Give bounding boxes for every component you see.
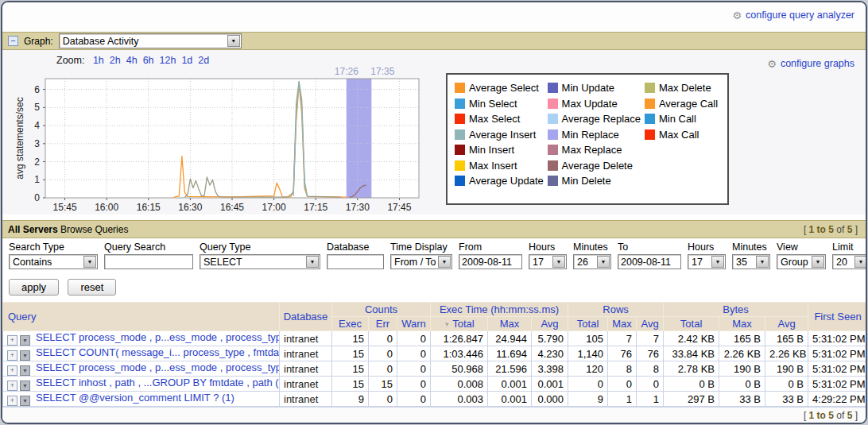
- query-link[interactable]: SELECT COUNT( message_i... process_type …: [36, 346, 280, 358]
- filter-input[interactable]: [618, 254, 681, 269]
- filter-select[interactable]: SELECT▼: [200, 254, 320, 269]
- graph-type-select[interactable]: Database Activity ▼: [59, 33, 242, 48]
- cell-time_avg: 5.790: [532, 331, 568, 346]
- filter-9-hours: Hours17▼: [688, 241, 726, 269]
- filter-select[interactable]: 20▼: [832, 254, 867, 269]
- dropdown-arrow-icon[interactable]: ▼: [711, 256, 724, 268]
- col-header-warn[interactable]: Warn: [397, 317, 431, 331]
- col-header-bytes-total[interactable]: Total: [664, 317, 719, 331]
- configure-query-analyzer-link[interactable]: ⚙ configure query analyzer: [732, 10, 854, 21]
- col-header-bytes-avg[interactable]: Avg: [765, 317, 808, 331]
- legend-swatch: [548, 114, 558, 124]
- dropdown-arrow-icon[interactable]: ▼: [227, 35, 240, 47]
- legend-item: Average Delete: [548, 158, 643, 174]
- col-header-rows-max[interactable]: Max: [608, 317, 637, 331]
- filter-select[interactable]: 26▼: [573, 254, 611, 269]
- col-header-time-max[interactable]: Max: [488, 317, 532, 331]
- gear-icon: ⚙: [732, 10, 742, 21]
- zoom-option-1d[interactable]: 1d: [181, 55, 192, 66]
- selected-value: 20: [836, 257, 847, 268]
- zoom-option-2d[interactable]: 2d: [198, 55, 209, 66]
- legend-item: Min Replace: [548, 127, 643, 143]
- col-header-bytes-max[interactable]: Max: [719, 317, 765, 331]
- dropdown-arrow-icon[interactable]: ▼: [756, 256, 769, 268]
- apply-button[interactable]: apply: [9, 279, 59, 296]
- dropdown-arrow-icon[interactable]: ▼: [306, 256, 319, 268]
- filter-label: Search Type: [9, 241, 98, 253]
- cell-bytes_max: 2.26 KB: [719, 346, 765, 361]
- cell-warn: 0: [397, 361, 431, 377]
- col-group-rows: Rows: [568, 303, 664, 317]
- expand-row-button[interactable]: +: [7, 396, 17, 406]
- row-menu-button[interactable]: ▼: [20, 335, 30, 346]
- legend-label: Min Delete: [562, 175, 611, 187]
- filter-select[interactable]: 17▼: [688, 254, 726, 269]
- row-menu-button[interactable]: ▼: [20, 396, 30, 406]
- legend-swatch: [455, 176, 465, 186]
- query-link[interactable]: SELECT process_mode , p...ess_mode , pro…: [36, 331, 280, 343]
- dropdown-arrow-icon[interactable]: ▼: [854, 256, 867, 268]
- col-header-rows-avg[interactable]: Avg: [637, 317, 664, 331]
- legend-item: Min Call: [645, 111, 720, 127]
- filter-select[interactable]: 35▼: [732, 254, 770, 269]
- filter-input[interactable]: [104, 254, 193, 269]
- reset-button[interactable]: reset: [68, 279, 116, 296]
- filter-label: Database: [327, 241, 384, 253]
- filter-input[interactable]: [459, 254, 522, 269]
- zoom-option-6h[interactable]: 6h: [143, 55, 154, 66]
- legend-label: Average Select: [469, 82, 539, 94]
- cell-time_avg: 0.001: [532, 377, 568, 392]
- configure-graphs-link[interactable]: ⚙ configure graphs: [767, 58, 854, 69]
- zoom-option-12h[interactable]: 12h: [160, 55, 176, 66]
- selected-value: 17: [692, 257, 703, 268]
- filter-select[interactable]: Contains▼: [9, 254, 98, 269]
- zoom-option-1h[interactable]: 1h: [93, 55, 104, 66]
- zoom-option-4h[interactable]: 4h: [126, 55, 138, 66]
- legend-item: Average Update: [455, 173, 546, 189]
- col-header-first-seen[interactable]: First Seen: [808, 303, 867, 331]
- dropdown-arrow-icon[interactable]: ▼: [83, 256, 96, 268]
- query-link[interactable]: SELECT @@version_comment LIMIT ? (1): [36, 392, 234, 404]
- cell-exec: 15: [332, 331, 369, 346]
- query-link[interactable]: SELECT process_mode , p...ess_mode , pro…: [36, 361, 280, 373]
- expand-row-button[interactable]: +: [7, 335, 17, 346]
- legend-item: Average Call: [645, 96, 720, 112]
- col-header-database[interactable]: Database: [280, 303, 332, 331]
- col-header-rows-total[interactable]: Total: [568, 317, 608, 331]
- all-servers-label: All Servers: [8, 224, 58, 235]
- col-header-time-total[interactable]: ▼Total: [431, 317, 488, 331]
- filter-label: Limit: [832, 241, 867, 253]
- dropdown-arrow-icon[interactable]: ▼: [438, 256, 451, 268]
- col-header-exec[interactable]: Exec: [332, 317, 369, 331]
- expand-row-button[interactable]: +: [7, 381, 17, 391]
- cell-rows_total: 0: [568, 377, 608, 392]
- col-header-time-avg[interactable]: Avg: [532, 317, 568, 331]
- query-link[interactable]: SELECT inhost , path , ...GROUP BY fmtda…: [36, 377, 280, 388]
- legend-item: Max Replace: [548, 142, 643, 158]
- col-header-err[interactable]: Err: [369, 317, 397, 331]
- cell-rows_max: 7: [608, 331, 637, 346]
- col-header-query[interactable]: Query: [3, 303, 280, 331]
- row-menu-button[interactable]: ▼: [20, 350, 30, 361]
- row-menu-button[interactable]: ▼: [20, 365, 30, 376]
- configure-graphs-label: configure graphs: [781, 58, 854, 69]
- expand-row-button[interactable]: +: [7, 365, 17, 376]
- filter-select[interactable]: Group▼: [777, 254, 826, 269]
- table-row: +▼SELECT inhost , path , ...GROUP BY fmt…: [3, 377, 868, 392]
- row-menu-button[interactable]: ▼: [20, 381, 30, 391]
- filter-select[interactable]: From / To▼: [390, 254, 452, 269]
- expand-row-button[interactable]: +: [7, 350, 17, 361]
- cell-first_seen: 5:31:02 PM: [808, 361, 867, 377]
- collapse-section-button[interactable]: −: [8, 36, 18, 46]
- filter-input[interactable]: [327, 254, 384, 269]
- filter-select[interactable]: 17▼: [529, 254, 567, 269]
- configure-query-analyzer-label: configure query analyzer: [746, 10, 854, 21]
- dropdown-arrow-icon[interactable]: ▼: [597, 256, 610, 268]
- cell-rows_avg: 1: [637, 392, 664, 407]
- zoom-option-2h[interactable]: 2h: [110, 55, 121, 66]
- legend-item: Average Replace: [548, 111, 643, 127]
- cell-err: 15: [369, 377, 397, 392]
- cell-query: +▼SELECT process_mode , p...ess_mode , p…: [3, 331, 280, 346]
- dropdown-arrow-icon[interactable]: ▼: [552, 256, 565, 268]
- dropdown-arrow-icon[interactable]: ▼: [812, 256, 824, 268]
